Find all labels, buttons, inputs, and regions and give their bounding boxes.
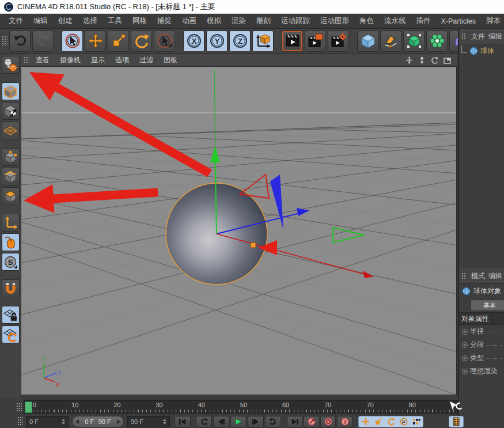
menu-item[interactable]: 捕捉 — [152, 16, 177, 26]
menu-item[interactable]: 动画 — [177, 16, 202, 26]
frame-stepper[interactable] — [58, 419, 65, 425]
polygons-mode-button[interactable] — [2, 187, 20, 205]
viewport-menu-item[interactable]: 面板 — [158, 55, 183, 65]
lock-z-axis-button[interactable]: Z — [229, 31, 251, 52]
move-tool[interactable] — [85, 31, 106, 52]
live-selection-tool[interactable] — [62, 31, 83, 52]
current-frame-field[interactable]: 0 F — [26, 416, 69, 427]
record-rotation-toggle[interactable] — [385, 417, 397, 426]
range-left-arrow-icon[interactable] — [75, 419, 79, 424]
menu-item[interactable]: 网格 — [127, 16, 152, 26]
menu-item[interactable]: 模拟 — [202, 16, 226, 26]
play-loop-button[interactable] — [265, 416, 281, 427]
cloner-array-button[interactable] — [426, 31, 448, 52]
property-row[interactable]: 半径 — [459, 325, 504, 338]
render-picture-viewer-button[interactable] — [305, 31, 326, 52]
model-mode-button[interactable] — [2, 82, 20, 100]
toolbar-grip[interactable] — [2, 36, 7, 46]
timeline-window-button[interactable] — [449, 416, 464, 427]
viewport-menu-item[interactable]: 显示 — [86, 55, 110, 65]
snap-button[interactable] — [2, 279, 20, 297]
object-tree-row-sphere[interactable]: 球体 — [459, 44, 504, 57]
add-primitive-cube-button[interactable] — [357, 31, 378, 52]
menu-item[interactable]: X-Particles — [436, 17, 481, 25]
range-right-arrow-icon[interactable] — [117, 419, 120, 424]
zoom-view-icon[interactable] — [418, 56, 426, 64]
viewport-menu-item[interactable]: 过滤 — [134, 55, 158, 65]
axis-mode-button[interactable] — [2, 214, 20, 232]
attribute-manager-grip[interactable] — [461, 272, 467, 280]
goto-end-button[interactable] — [287, 416, 303, 427]
menu-item[interactable]: 编辑 — [28, 16, 53, 26]
next-frame-button[interactable] — [248, 416, 264, 427]
render-settings-button[interactable] — [328, 31, 349, 52]
play-backwards-button[interactable] — [196, 416, 212, 427]
object-manager-empty-area[interactable] — [459, 57, 504, 268]
rotate-workplane-button[interactable] — [2, 325, 20, 343]
menu-item[interactable]: 运动跟踪 — [276, 16, 315, 26]
recent-selection-tool[interactable] — [154, 31, 175, 52]
property-row[interactable]: 类型 — [459, 351, 504, 365]
edges-mode-button[interactable] — [2, 168, 20, 185]
keyframe-radio-icon[interactable] — [462, 369, 468, 374]
autokey-button[interactable] — [320, 416, 336, 427]
keyframe-help-button[interactable]: ? — [337, 416, 353, 427]
goto-start-button[interactable] — [175, 416, 191, 427]
timeline-grip[interactable] — [16, 403, 22, 412]
texture-mode-button[interactable] — [2, 102, 20, 120]
record-pla-toggle[interactable] — [410, 417, 422, 426]
menu-item[interactable]: 工具 — [103, 16, 127, 26]
end-frame-field[interactable]: 90 F — [127, 416, 170, 427]
redo-button[interactable] — [32, 31, 54, 52]
viewport-menu-grip[interactable] — [24, 56, 29, 64]
soft-selection-button[interactable]: S — [2, 253, 20, 271]
axis-handle-orange[interactable] — [251, 243, 256, 248]
pan-view-icon[interactable] — [406, 56, 413, 64]
keyframe-radio-icon[interactable] — [462, 329, 468, 335]
record-scale-toggle[interactable] — [372, 417, 384, 426]
keyframe-radio-icon[interactable] — [462, 355, 468, 361]
tab-basic[interactable]: 基本 — [471, 300, 504, 311]
menu-item[interactable]: 脚本 — [481, 16, 504, 26]
viewport-solo-button[interactable] — [2, 233, 20, 251]
record-position-toggle[interactable] — [359, 417, 372, 426]
lock-x-axis-button[interactable]: X — [183, 31, 204, 52]
rotate-tool[interactable] — [131, 31, 152, 52]
spline-pen-button[interactable] — [380, 31, 401, 52]
menu-item[interactable]: 插件 — [411, 16, 436, 26]
render-view-button[interactable] — [282, 31, 303, 52]
play-forwards-button[interactable] — [230, 416, 247, 427]
toggle-view-icon[interactable] — [444, 56, 451, 64]
menu-item[interactable]: 运动图形 — [315, 16, 354, 26]
previous-frame-button[interactable] — [213, 416, 229, 427]
object-manager-menu-item[interactable]: 编辑 — [487, 32, 504, 41]
object-name[interactable]: 球体 — [480, 46, 494, 56]
record-parameter-toggle[interactable]: P — [397, 417, 410, 426]
property-row[interactable]: 理想渲染 — [459, 365, 504, 378]
menu-item[interactable]: 文件 — [3, 16, 28, 26]
attribute-manager-menu-item[interactable]: 模式 — [469, 271, 487, 281]
lock-y-axis-button[interactable]: Y — [206, 31, 228, 52]
viewport-menu-item[interactable]: 选项 — [110, 55, 134, 65]
frame-stepper[interactable] — [160, 419, 166, 425]
points-mode-button[interactable] — [2, 148, 20, 166]
menu-item[interactable]: 角色 — [354, 16, 379, 26]
viewport-menu-item[interactable]: 摄像机 — [55, 55, 86, 65]
menu-item[interactable]: 创建 — [53, 16, 78, 26]
object-properties-section-header[interactable]: 对象属性 — [459, 312, 504, 325]
subdivision-surface-button[interactable] — [403, 31, 425, 52]
timeline-ruler[interactable]: 01020304050607070808 — [24, 400, 458, 414]
rotate-view-icon[interactable] — [431, 56, 438, 64]
record-keyframe-button[interactable] — [304, 416, 319, 427]
transport-grip[interactable] — [17, 416, 23, 426]
object-manager-menu-item[interactable]: 文件 — [469, 32, 487, 41]
frame-range-slider[interactable]: 0 F 90 F — [72, 416, 124, 427]
menu-item[interactable]: 渲染 — [226, 16, 251, 26]
property-row[interactable]: 分段 — [459, 338, 504, 351]
menu-item[interactable]: 雕刻 — [251, 16, 276, 26]
coordinate-system-button[interactable] — [252, 31, 274, 52]
undo-button[interactable] — [9, 31, 31, 52]
menu-item[interactable]: 流水线 — [379, 16, 411, 26]
attribute-manager-menu-item[interactable]: 编辑 — [487, 271, 504, 281]
object-manager-grip[interactable] — [461, 33, 467, 40]
